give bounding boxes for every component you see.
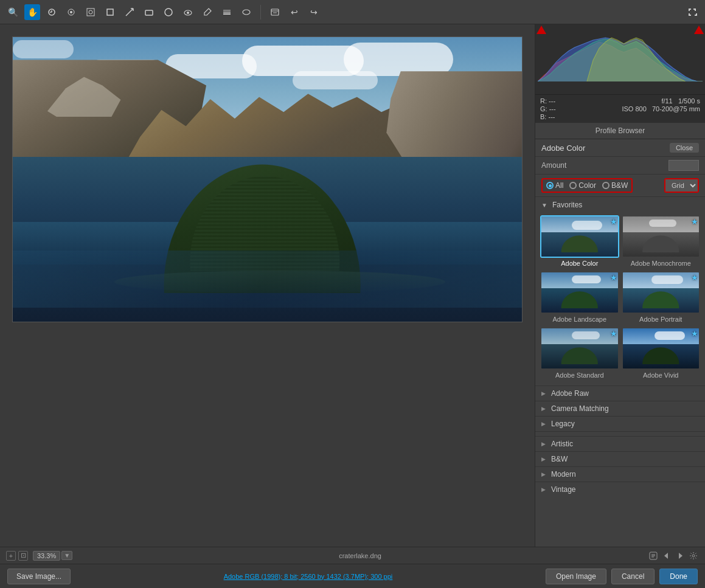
profile-adobe-landscape-star: ★ xyxy=(610,273,617,282)
filter-all-option[interactable]: All xyxy=(546,181,563,190)
save-image-btn[interactable]: Save Image... xyxy=(7,569,71,584)
adobe-raw-header[interactable]: ▶ Adobe Raw xyxy=(535,386,705,401)
workflow-icon[interactable] xyxy=(648,550,659,561)
bw-section: ▶ B&W xyxy=(535,451,705,466)
profile-adobe-standard-thumb xyxy=(540,327,619,370)
brush-tool[interactable] xyxy=(200,4,215,20)
fit-view-btn[interactable]: ⊡ xyxy=(18,551,28,561)
profile-adobe-vivid[interactable]: ★ Adobe Vivid xyxy=(622,327,701,381)
amount-row: Amount xyxy=(535,157,705,175)
main-toolbar: 🔍 ✋ ↩ ↪ xyxy=(0,0,705,24)
profile-adobe-landscape-name: Adobe Landscape xyxy=(540,314,619,325)
profile-browser-link[interactable]: Profile Browser xyxy=(535,123,705,139)
amount-input[interactable] xyxy=(669,160,699,171)
modern-arrow: ▶ xyxy=(541,471,547,477)
profile-adobe-color-thumb-wrapper: ★ xyxy=(540,215,619,258)
image-container[interactable] xyxy=(12,36,523,322)
histogram-area xyxy=(535,24,705,94)
targeted-adj-tool[interactable] xyxy=(83,4,99,20)
filename-display: craterlake.dng xyxy=(77,552,643,559)
toolbar-divider xyxy=(260,5,261,19)
zoom-dropdown-btn[interactable]: ▼ xyxy=(61,551,72,560)
graduated-filter-tool[interactable] xyxy=(219,4,235,20)
favorites-arrow: ▼ xyxy=(541,202,549,209)
bw-header[interactable]: ▶ B&W xyxy=(535,452,705,466)
filter-bw-radio[interactable] xyxy=(602,182,609,189)
hand-tool[interactable]: ✋ xyxy=(24,4,40,20)
add-view-btn[interactable]: + xyxy=(6,551,16,561)
shutter-value: 1/500 s xyxy=(678,97,700,105)
open-image-btn[interactable]: Open Image xyxy=(546,569,606,584)
profile-adobe-landscape-thumb xyxy=(540,271,619,314)
profile-adobe-color-name: Adobe Color xyxy=(540,258,619,269)
view-select[interactable]: Grid List xyxy=(665,179,698,192)
filter-color-radio[interactable] xyxy=(569,182,577,189)
svg-marker-24 xyxy=(664,553,668,559)
filter-all-radio[interactable] xyxy=(546,182,554,189)
prev-image-btn[interactable] xyxy=(661,550,672,561)
profile-adobe-color[interactable]: ★ Adobe Color xyxy=(540,215,619,269)
spot-removal-tool[interactable] xyxy=(161,4,176,20)
camera-matching-title: Camera Matching xyxy=(551,404,609,413)
profile-adobe-standard[interactable]: ★ Adobe Standard xyxy=(540,327,619,381)
profile-adobe-monochrome[interactable]: ★ Adobe Monochrome xyxy=(622,215,701,269)
canvas-area xyxy=(0,24,535,547)
file-info-link[interactable]: Adobe RGB (1998); 8 bit; 2560 by 1432 (3… xyxy=(224,573,393,580)
legacy-title: Legacy xyxy=(551,420,575,428)
transform-tool[interactable] xyxy=(141,4,157,20)
favorites-section-header[interactable]: ▼ Favorites xyxy=(535,197,705,213)
section-divider xyxy=(535,431,705,436)
color-sampler-tool[interactable] xyxy=(63,4,79,20)
close-profile-browser-btn[interactable]: Close xyxy=(670,143,699,153)
artistic-header[interactable]: ▶ Artistic xyxy=(535,437,705,451)
zoom-tool[interactable]: 🔍 xyxy=(5,4,21,20)
profile-adobe-vivid-thumb xyxy=(622,327,701,370)
profile-adobe-landscape[interactable]: ★ Adobe Landscape xyxy=(540,271,619,325)
straighten-tool[interactable] xyxy=(122,4,137,20)
filter-bw-option[interactable]: B&W xyxy=(602,181,628,190)
profile-adobe-portrait-thumb-wrapper: ★ xyxy=(622,271,701,314)
g-label: G: xyxy=(540,105,547,112)
settings-btn[interactable] xyxy=(688,550,699,561)
amount-label: Amount xyxy=(541,161,664,170)
active-profile-bar: Adobe Color Close xyxy=(535,139,705,157)
snapshots-tool[interactable] xyxy=(267,4,283,20)
svg-rect-9 xyxy=(145,10,153,15)
next-image-btn[interactable] xyxy=(675,550,686,561)
done-btn[interactable]: Done xyxy=(659,569,698,584)
white-balance-tool[interactable] xyxy=(44,4,60,20)
cancel-btn[interactable]: Cancel xyxy=(611,569,655,584)
svg-point-26 xyxy=(692,555,695,557)
profile-browser-label: Profile Browser xyxy=(596,126,645,135)
filter-color-option[interactable]: Color xyxy=(569,181,596,190)
artistic-arrow: ▶ xyxy=(541,441,547,447)
profile-adobe-vivid-star: ★ xyxy=(691,329,698,338)
redeye-tool[interactable] xyxy=(180,4,196,20)
modern-header[interactable]: ▶ Modern xyxy=(535,467,705,482)
profile-adobe-portrait[interactable]: ★ Adobe Portrait xyxy=(622,271,701,325)
main-area: R: --- G: --- B: --- f/11 1/500 s xyxy=(0,24,705,547)
b-value: --- xyxy=(548,113,555,120)
svg-rect-17 xyxy=(271,9,279,15)
svg-point-16 xyxy=(243,10,250,15)
legacy-header[interactable]: ▶ Legacy xyxy=(535,417,705,431)
profile-adobe-monochrome-img xyxy=(623,216,700,257)
redo-tool[interactable]: ↪ xyxy=(306,4,322,20)
bw-arrow: ▶ xyxy=(541,456,547,462)
panel-scroll[interactable]: Adobe Color Close Amount All xyxy=(535,139,705,547)
profile-adobe-landscape-thumb-wrapper: ★ xyxy=(540,271,619,314)
g-value: --- xyxy=(549,105,556,112)
fullscreen-btn[interactable] xyxy=(684,4,700,20)
legacy-section: ▶ Legacy xyxy=(535,416,705,431)
camera-matching-header[interactable]: ▶ Camera Matching xyxy=(535,401,705,416)
vintage-header[interactable]: ▶ Vintage xyxy=(535,482,705,497)
crop-tool[interactable] xyxy=(102,4,118,20)
filter-color-label: Color xyxy=(578,181,596,190)
svg-point-4 xyxy=(89,10,92,14)
radial-filter-tool[interactable] xyxy=(238,4,254,20)
modern-title: Modern xyxy=(551,470,576,479)
undo-tool[interactable]: ↩ xyxy=(287,4,302,20)
profile-adobe-color-img xyxy=(541,216,618,257)
vintage-title: Vintage xyxy=(551,485,575,494)
profile-adobe-standard-thumb-wrapper: ★ xyxy=(540,327,619,370)
